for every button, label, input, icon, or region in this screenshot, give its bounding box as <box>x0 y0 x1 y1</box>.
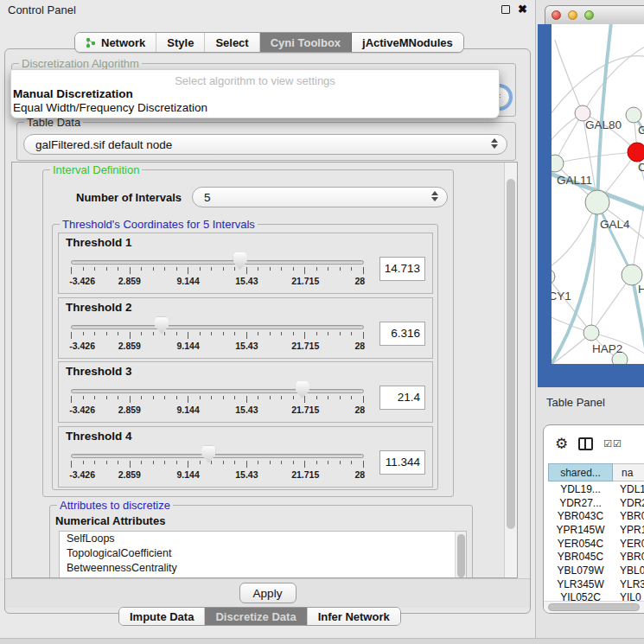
threshold-slider[interactable]: -3.4262.8599.14415.4321.71528 <box>71 251 364 289</box>
threshold-label: Threshold 3 <box>66 365 425 378</box>
cyni-toolbox-panel: Discretization Algorithm Table Data galF… <box>4 48 531 614</box>
scale-label: 21.715 <box>291 469 319 480</box>
table-panel: ⚙ ☑☑ shared... na YDL19...YDL1YDR27...YD… <box>543 424 644 614</box>
table-row[interactable]: YER054CYER0 <box>548 537 644 551</box>
slider-track[interactable] <box>71 325 364 329</box>
threshold-panel: Threshold 4 -3.4262.8599.14415.4321.7152… <box>58 426 433 488</box>
threshold-value-field[interactable]: 14.713 <box>379 257 425 281</box>
table-row[interactable]: YBR045CYBR0 <box>548 550 644 564</box>
slider-track[interactable] <box>71 260 364 265</box>
interval-definition-group: Interval Definition Number of Intervals … <box>42 169 454 497</box>
threshold-value-field[interactable]: 21.4 <box>379 386 425 410</box>
settings-vertical-scrollbar[interactable] <box>504 163 517 577</box>
table-row[interactable]: YBR043CYBR0 <box>548 509 644 523</box>
scale-label: -3.426 <box>69 469 95 480</box>
scale-label: -3.426 <box>69 276 95 286</box>
tab-jactivemnodules[interactable]: jActiveMNodules <box>352 33 463 52</box>
scale-label: 2.859 <box>118 405 141 415</box>
mac-zoom-button[interactable] <box>584 10 594 20</box>
network-node[interactable] <box>583 325 599 341</box>
mac-close-button[interactable] <box>552 10 561 20</box>
tab-select[interactable]: Select <box>205 33 259 52</box>
threshold-value-field[interactable]: 11.344 <box>379 450 425 475</box>
threshold-value-field[interactable]: 6.316 <box>379 322 425 346</box>
table-row[interactable]: YIL052CYIL0 <box>548 591 644 602</box>
scale-label: 2.859 <box>118 341 141 351</box>
threshold-panel: Threshold 3 -3.4262.8599.14415.4321.7152… <box>58 361 433 423</box>
scale-label: 28 <box>354 276 365 286</box>
control-panel-titlebar: Control Panel ✖ <box>0 0 535 19</box>
column-view-icon[interactable] <box>578 437 593 450</box>
table-horizontal-scrollbar[interactable] <box>544 601 644 613</box>
attribute-item[interactable]: TopologicalCoefficient <box>60 546 466 561</box>
column-header-name[interactable]: na <box>613 463 644 481</box>
network-node[interactable] <box>626 107 641 123</box>
table-row[interactable]: YBL079WYBL0 <box>548 564 644 577</box>
scale-label: 9.144 <box>176 276 199 286</box>
algorithm-hint: Select algorithm to view settings <box>11 70 499 87</box>
column-header-shared[interactable]: shared... <box>548 463 613 481</box>
threshold-slider[interactable]: -3.4262.8599.14415.4321.71528 <box>71 316 364 354</box>
attributes-list-scrollbar[interactable] <box>455 532 466 578</box>
algorithm-option[interactable]: Equal Width/Frequency Discretization <box>11 101 499 115</box>
bottom-strip <box>0 638 644 644</box>
algorithm-option[interactable]: Manual Discretization <box>11 87 499 101</box>
node-label: GA <box>638 124 644 137</box>
bottom-tab-infer-network[interactable]: Infer Network <box>308 608 400 625</box>
bottom-tab-discretize-data[interactable]: Discretize Data <box>205 608 307 625</box>
network-node[interactable] <box>585 190 609 214</box>
node-label: GCY1 <box>552 290 571 303</box>
scale-label: 9.144 <box>176 341 199 351</box>
apply-button[interactable]: Apply <box>239 583 296 603</box>
slider-track[interactable] <box>71 389 364 393</box>
attribute-item[interactable]: BetweennessCentrality <box>60 561 466 576</box>
checkbox-icons[interactable]: ☑☑ <box>603 438 622 450</box>
slider-scale-labels: -3.4262.8599.14415.4321.71528 <box>71 469 364 481</box>
network-node[interactable] <box>628 143 644 162</box>
control-panel-window: Control Panel ✖ NetworkStyleSelectCyni T… <box>0 0 536 644</box>
slider-ticks <box>71 461 364 469</box>
node-label: C <box>638 161 644 174</box>
attribute-item[interactable]: SelfLoops <box>60 532 466 546</box>
table-row[interactable]: YLR345WYLR3 <box>548 577 644 591</box>
threshold-label: Threshold 4 <box>66 430 425 443</box>
node-label: GAL4 <box>600 218 630 231</box>
network-window-titlebar[interactable] <box>545 5 644 24</box>
network-node[interactable] <box>552 269 555 284</box>
bottom-tab-impute-data[interactable]: Impute Data <box>119 608 205 625</box>
mac-minimize-button[interactable] <box>568 10 577 20</box>
threshold-label: Threshold 1 <box>66 236 425 249</box>
network-graph: GAL80GACGAL11GAL4GCY1HHAP2 <box>552 24 644 364</box>
table-row[interactable]: YDL19...YDL1 <box>548 482 644 496</box>
slider-track[interactable] <box>71 454 364 458</box>
scale-label: 21.715 <box>291 341 319 351</box>
threshold-slider[interactable]: -3.4262.8599.14415.4321.71528 <box>71 444 364 482</box>
network-icon <box>86 37 97 48</box>
tab-network[interactable]: Network <box>75 33 156 52</box>
table-row[interactable]: YPR145WYPR1 <box>548 523 644 537</box>
network-canvas[interactable]: GAL80GACGAL11GAL4GCY1HHAP2 <box>552 24 644 364</box>
node-label: HAP2 <box>592 342 622 355</box>
number-of-intervals-label: Number of Intervals <box>76 191 182 204</box>
tab-style[interactable]: Style <box>156 33 205 52</box>
attributes-group-title: Attributes to discretize <box>57 499 173 512</box>
gear-icon[interactable]: ⚙ <box>555 437 568 451</box>
threshold-panel: Threshold 2 -3.4262.8599.14415.4321.7152… <box>58 297 433 359</box>
interval-definition-title: Interval Definition <box>50 163 142 176</box>
scale-label: 15.43 <box>235 405 258 415</box>
screen: Control Panel ✖ NetworkStyleSelectCyni T… <box>0 0 644 644</box>
apply-row: Apply <box>5 578 530 608</box>
scale-label: 28 <box>354 405 365 415</box>
cyni-bottom-tab-bar: Impute DataDiscretize DataInfer Network <box>118 607 401 626</box>
control-panel-tab-bar: NetworkStyleSelectCyni ToolboxjActiveMNo… <box>74 32 464 53</box>
table-panel-title: Table Panel <box>546 396 605 409</box>
table-row[interactable]: YDR27...YDR2 <box>548 496 644 510</box>
close-icon[interactable]: ✖ <box>518 5 527 14</box>
number-of-intervals-combo[interactable]: 5 <box>192 187 448 207</box>
slider-ticks <box>71 396 364 404</box>
float-window-icon[interactable] <box>501 5 510 14</box>
tab-cyni-toolbox[interactable]: Cyni Toolbox <box>260 33 352 52</box>
table-data-combo[interactable]: galFiltered.sif default node <box>23 134 507 155</box>
scale-label: -3.426 <box>69 341 95 351</box>
threshold-slider[interactable]: -3.4262.8599.14415.4321.71528 <box>71 379 364 418</box>
